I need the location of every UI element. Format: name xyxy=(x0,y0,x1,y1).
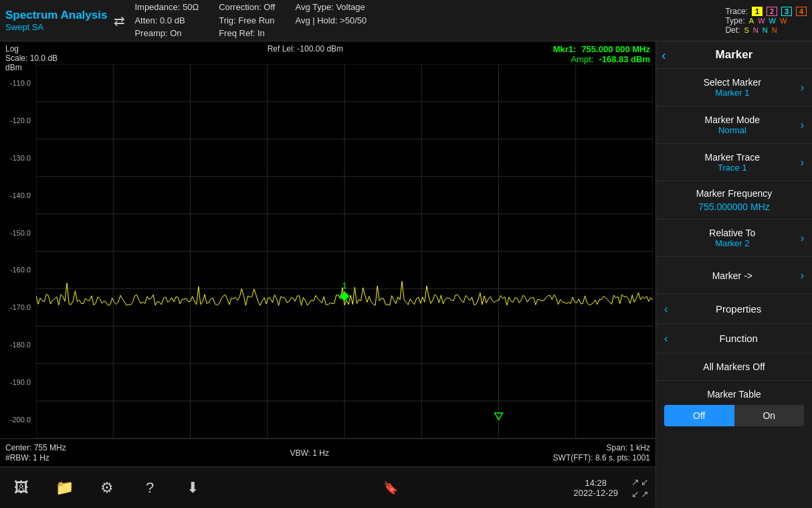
mkr1-label: Mkr1: xyxy=(553,44,577,54)
y-label-170: -170.0 xyxy=(1,303,31,311)
arrow-bl-icon: ↙ xyxy=(631,489,639,499)
function-item[interactable]: ‹ Function xyxy=(656,324,812,353)
y-label-110: -110.0 xyxy=(1,79,31,87)
marker-trace-label: Marker Trace xyxy=(664,152,801,163)
scale-label: Scale: 10.0 dB xyxy=(5,54,58,63)
span-label: Span: 1 kHz xyxy=(553,443,650,452)
select-marker-item[interactable]: Select Marker Marker 1 › xyxy=(656,69,812,106)
main-area: Log Scale: 10.0 dB dBm Ref Lel: -100.00 … xyxy=(0,41,812,508)
arrow-br-icon: ↗ xyxy=(641,489,649,499)
avg-hold-label: Avg | Hold: >50/50 xyxy=(295,14,367,27)
footer-right: Span: 1 kHz SWT(FFT): 8.6 s, pts: 1001 xyxy=(553,443,650,462)
ampt-label: Ampt: xyxy=(571,54,593,64)
correction-label: Correction: Off xyxy=(219,1,275,14)
all-markers-off-button[interactable]: All Markers Off xyxy=(656,353,812,381)
log-label: Log xyxy=(5,44,58,54)
ampt-value: -168.83 dBm xyxy=(599,54,650,64)
toolbar-time: 14:28 2022-12-29 xyxy=(574,478,619,498)
marker-1-label: 1 xyxy=(342,281,347,290)
det-3: N xyxy=(763,26,768,34)
header-col-3: Avg Type: Voltage Avg | Hold: >50/50 xyxy=(295,1,367,40)
folder-button[interactable]: 📁 xyxy=(49,473,79,503)
select-marker-center: Select Marker Marker 1 xyxy=(664,77,801,98)
marker-table-on-button[interactable]: On xyxy=(734,405,805,426)
function-label: Function xyxy=(673,333,804,344)
marker-mode-label: Marker Mode xyxy=(664,114,801,125)
screenshot-button[interactable]: 🖼 xyxy=(7,473,36,503)
y-label-150: -150.0 xyxy=(1,229,31,237)
arrow-tr-icon: ↙ xyxy=(641,477,649,487)
type-2: W xyxy=(758,17,765,25)
marker-trace-item[interactable]: Marker Trace Trace 1 › xyxy=(656,144,812,181)
y-label-160: -160.0 xyxy=(1,266,31,274)
date-display: 2022-12-29 xyxy=(574,488,619,498)
select-marker-label: Select Marker xyxy=(664,77,801,88)
type-1: A xyxy=(749,17,754,25)
trace-4-box: 4 xyxy=(796,7,807,16)
download-button[interactable]: ⬇ xyxy=(178,473,207,503)
marker-table-off-button[interactable]: Off xyxy=(664,405,734,426)
header: Spectrum Analysis Swept SA ⇄ Impedance: … xyxy=(0,0,812,41)
relative-to-item[interactable]: Relative To Marker 2 › xyxy=(656,220,812,257)
panel-title: Marker xyxy=(716,48,753,62)
header-col-2: Correction: Off Trig: Free Run Freq Ref:… xyxy=(219,1,275,40)
settings-button[interactable]: ⚙ xyxy=(92,473,122,503)
header-params: Impedance: 50Ω Atten: 0.0 dB Preamp: On … xyxy=(134,1,725,40)
y-label-190: -190.0 xyxy=(1,378,31,386)
marker-trace-value: Trace 1 xyxy=(664,163,801,173)
y-label-120: -120.0 xyxy=(1,116,31,124)
help-button[interactable]: ? xyxy=(135,473,165,503)
marker-arrow-center: Marker -> xyxy=(664,270,801,281)
relative-to-label: Relative To xyxy=(664,228,801,238)
panel-back-button[interactable]: ‹ xyxy=(662,48,666,63)
trace-info: Trace: 1 2 3 4 Type: A W W W Det: S N N … xyxy=(725,7,807,35)
arrow-tl-icon: ↗ xyxy=(631,477,639,487)
trace-row-type: Type: A W W W xyxy=(725,16,807,25)
marker-table-label: Marker Table xyxy=(664,389,804,400)
marker-trace-chevron: › xyxy=(801,157,804,169)
relative-to-value: Marker 2 xyxy=(664,238,801,248)
marker-toolbar-button[interactable]: 🔖 xyxy=(376,473,405,503)
ref-level: Ref Lel: -100.00 dBm xyxy=(58,44,553,54)
app-title-line2: Swept SA xyxy=(5,22,107,32)
det-4: N xyxy=(772,26,777,34)
marker-arrow-chevron: › xyxy=(801,270,804,282)
app-title: Spectrum Analysis Swept SA xyxy=(5,9,107,32)
trace-1-box: 1 xyxy=(752,7,763,16)
y-label-140: -140.0 xyxy=(1,191,31,199)
chart-footer: Center: 755 MHz #RBW: 1 Hz VBW: 1 Hz Spa… xyxy=(0,438,655,467)
marker-frequency-item: Marker Frequency 755.000000 MHz xyxy=(656,181,812,220)
marker-mode-item[interactable]: Marker Mode Normal › xyxy=(656,106,812,144)
marker-table-toggle: Off On xyxy=(664,405,804,426)
det-2: N xyxy=(753,26,758,34)
mkr1-freq: 755.000 000 MHz xyxy=(581,44,650,54)
trace-2-box: 2 xyxy=(767,7,777,16)
y-axis-labels: -110.0 -120.0 -130.0 -140.0 -150.0 -160.… xyxy=(1,64,33,438)
time-display: 14:28 xyxy=(585,478,607,488)
swt-label: SWT(FFT): 8.6 s, pts: 1001 xyxy=(553,453,650,462)
marker-mode-center: Marker Mode Normal xyxy=(664,114,801,135)
freq-ref-label: Freq Ref: In xyxy=(219,27,275,40)
marker-info: Mkr1: 755.000 000 MHz Ampt: -168.83 dBm xyxy=(553,44,650,64)
marker-arrow-label: Marker -> xyxy=(664,270,801,281)
preamp-label: Preamp: On xyxy=(134,27,199,40)
properties-item[interactable]: ‹ Properties xyxy=(656,294,812,324)
atten-label: Atten: 0.0 dB xyxy=(134,14,199,27)
footer-left: Center: 755 MHz #RBW: 1 Hz xyxy=(5,443,66,462)
type-4: W xyxy=(780,17,787,25)
freq-value: 755.000000 MHz xyxy=(664,201,804,212)
select-marker-value: Marker 1 xyxy=(664,88,801,98)
footer-center: VBW: 1 Hz xyxy=(290,448,328,458)
marker-arrow-item[interactable]: Marker -> › xyxy=(656,257,812,294)
type-label: Type: xyxy=(725,16,744,25)
properties-back-icon: ‹ xyxy=(664,303,668,315)
properties-label: Properties xyxy=(673,303,804,315)
relative-to-center: Relative To Marker 2 xyxy=(664,228,801,248)
freq-label: Marker Frequency xyxy=(664,188,804,199)
trig-label: Trig: Free Run xyxy=(219,14,275,27)
app-title-line1: Spectrum Analysis xyxy=(5,9,107,22)
y-label-130: -130.0 xyxy=(1,154,31,162)
chart-info-bar: Log Scale: 10.0 dB dBm Ref Lel: -100.00 … xyxy=(0,41,655,64)
function-back-icon: ‹ xyxy=(664,333,668,345)
chart-svg: 1 xyxy=(36,64,653,438)
